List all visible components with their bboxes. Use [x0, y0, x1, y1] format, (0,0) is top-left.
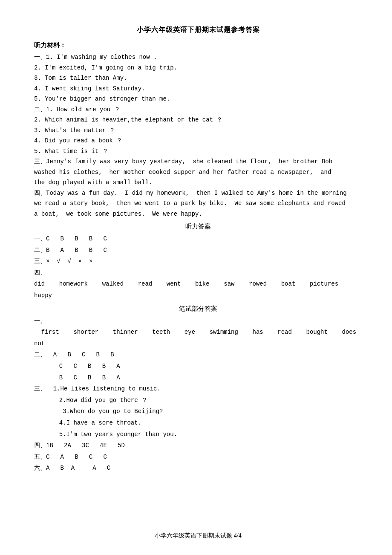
listening-answer-1: 一、C B B B C: [34, 233, 362, 245]
listening-line-12c: a boat, we took some pictures. We were h…: [34, 209, 362, 220]
listening-answer-3: 三、× √ √ × ×: [34, 256, 362, 267]
written-answer-section2-row2: C C B B A: [34, 361, 362, 372]
listening-line-9: 4. Did you read a book ？: [34, 136, 362, 146]
written-answer-section1-row2: not: [34, 338, 362, 350]
listening-answer-2: 二、B A B B C: [34, 245, 362, 256]
page-title: 小学六年级英语下册期末试题参考答案: [34, 26, 362, 35]
written-answer-section3-item5: 5.I'm two years younger than you.: [34, 429, 362, 440]
page-footer: 小学六年级英语下册期末试题 4/4: [34, 532, 362, 540]
listening-line-5: 5. You're bigger and stronger than me.: [34, 94, 362, 104]
listening-line-3: 3. Tom is taller than Amy.: [34, 73, 362, 84]
written-answer-section3-label: 三、 1.He likes listening to music.: [34, 383, 362, 395]
written-answer-section2-row1: 二、 A B C B B: [34, 349, 362, 361]
listening-line-12b: we read a story book, then we went to a …: [34, 198, 362, 209]
written-answer-section6: 六、A B A A C: [34, 462, 362, 474]
listening-line-2: 2. I'm excited, I'm going on a big trip.: [34, 63, 362, 73]
written-section-title: 笔试部分答案: [34, 305, 362, 313]
listening-answers-title: 听力答案: [34, 223, 362, 231]
listening-section-label: 听力材料：: [34, 41, 362, 49]
listening-line-1: 一、1. I'm washing my clothes now .: [34, 52, 362, 63]
listening-line-12: 四、Today was a fun day. I did my homework…: [34, 188, 362, 199]
listening-line-4: 4. I went skiing last Saturday.: [34, 84, 362, 94]
listening-line-10: 5. What time is it ？: [34, 146, 362, 157]
written-answer-section1-label: 一、: [34, 315, 362, 327]
listening-lines-container: 一、1. I'm washing my clothes now . 2. I'm…: [34, 52, 362, 219]
listening-line-8: 3. What's the matter ？: [34, 125, 362, 136]
written-answer-section3-item2: 2.How did you go there ？: [34, 395, 362, 406]
written-answers-container: 一、 first shorter thinner teeth eye swimm…: [34, 315, 362, 474]
listening-answers-container: 一、C B B B C 二、B A B B C 三、× √ √ × × 四、 d…: [34, 233, 362, 301]
written-answer-section5: 五、C A B C C: [34, 451, 362, 463]
written-answer-section4: 四、1B 2A 3C 4E 5D: [34, 440, 362, 451]
written-answer-section1-row1: first shorter thinner teeth eye swimming…: [34, 327, 362, 338]
listening-answer-5: did homework walked read went bike saw r…: [34, 278, 362, 301]
listening-line-7: 2. Which animal is heavier,the elephant …: [34, 115, 362, 125]
written-answer-section2-row3: B C B B A: [34, 372, 362, 384]
listening-line-6: 二、1. How old are you ？: [34, 104, 362, 115]
written-answer-section3-item3: 3.When do you go to Beijing?: [34, 406, 362, 417]
listening-line-11: 三、Jenny's family was very busy yesterday…: [34, 156, 362, 167]
listening-line-11b: washed his clothes, her mother cooked su…: [34, 167, 362, 178]
listening-answer-4: 四、: [34, 267, 362, 279]
listening-line-11c: the dog played with a small ball.: [34, 177, 362, 188]
written-answer-section3-item4: 4.I have a sore throat.: [34, 417, 362, 429]
